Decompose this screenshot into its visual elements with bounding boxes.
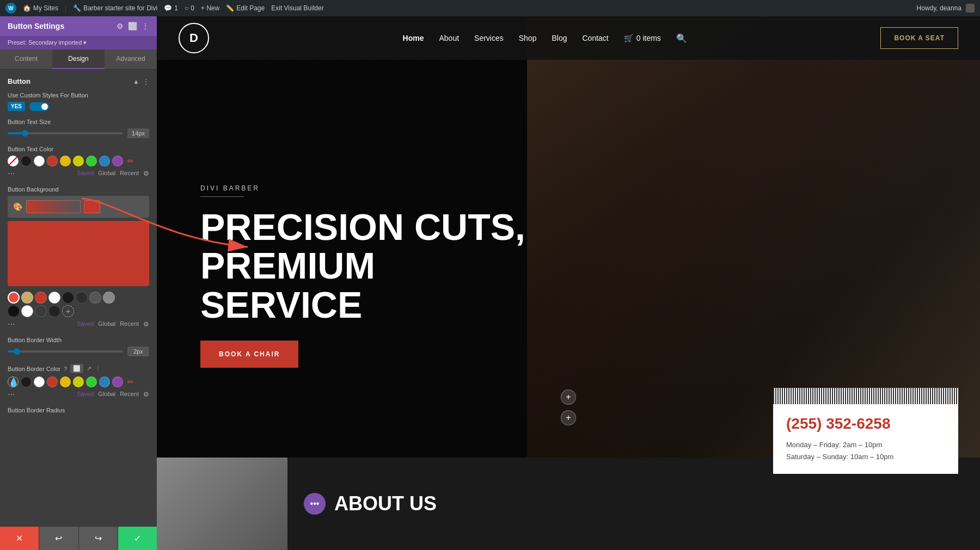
border-eyedropper[interactable]: 💧 [8,376,19,387]
recent-tab[interactable]: Recent [120,170,139,177]
bg-color-icon[interactable]: 🎨 [12,201,23,212]
border-custom-color[interactable]: ✏ [125,376,136,387]
global-tab[interactable]: Global [98,170,115,177]
border-recent-tab[interactable]: Recent [120,391,139,398]
color-settings-icon[interactable]: ⚙ [143,170,149,177]
wp-logo-icon[interactable]: W [5,3,16,14]
gray-swatch-sm[interactable] [89,292,101,304]
bg-solid-preview[interactable] [84,200,100,213]
white-swatch[interactable] [34,156,45,166]
settings-icon[interactable]: ⚙ [117,22,124,30]
white-swatch-sm[interactable] [48,292,60,304]
border-lime-swatch[interactable] [73,376,84,387]
bg-global-tab[interactable]: Global [98,320,115,328]
dark-red-swatch[interactable] [35,292,47,304]
add-swatch-button[interactable]: + [62,305,74,317]
about-icon[interactable]: ••• [304,493,326,515]
border-color-copy-icon[interactable]: ⬜ [70,364,83,373]
red-swatch[interactable] [47,156,58,166]
custom-styles-toggle[interactable] [29,102,49,111]
edit-page-link[interactable]: ✏️ Edit Page [226,4,265,12]
vdark-swatch[interactable] [48,305,60,317]
comments-link[interactable]: 💬 1 [164,4,178,12]
black-swatch-sm[interactable] [62,292,74,304]
darkgray-swatch-sm[interactable] [76,292,88,304]
blue-swatch[interactable] [99,156,110,166]
confirm-button[interactable]: ✓ [118,527,157,550]
text-size-slider[interactable] [8,132,123,134]
nav-home[interactable]: Home [403,34,424,42]
border-black-swatch[interactable] [21,376,32,387]
bg-recent-tab[interactable]: Recent [120,320,139,328]
avatar[interactable] [966,4,975,13]
tab-content[interactable]: Content [0,50,52,69]
yellow-swatch[interactable] [60,156,71,166]
my-sites-link[interactable]: 🏠 My Sites [23,4,58,12]
site-logo[interactable]: D [179,23,209,53]
tab-advanced[interactable]: Advanced [105,50,157,69]
preset-bar[interactable]: Preset: Secondary imported ▾ [0,36,157,50]
border-blue-swatch[interactable] [99,376,110,387]
text-size-value[interactable]: 14px [127,128,149,138]
add-section-button-1[interactable]: + [561,390,576,405]
border-red-swatch[interactable] [47,376,58,387]
saved-tab[interactable]: Saved [77,170,94,177]
border-slider-thumb[interactable] [14,348,20,355]
border-width-slider[interactable] [8,350,123,353]
site-name-link[interactable]: 🔧 Barber starter site for Divi [73,4,157,12]
nav-services[interactable]: Services [474,34,504,42]
nav-contact[interactable]: Contact [582,34,608,42]
green-swatch[interactable] [86,156,97,166]
phone-number[interactable]: (255) 352-6258 [786,415,945,432]
slider-thumb[interactable] [22,130,28,137]
add-section-button-2[interactable]: + [561,410,576,425]
white2-swatch[interactable] [21,305,33,317]
transparent-swatch[interactable] [8,156,19,166]
tab-design[interactable]: Design [52,50,105,69]
border-global-tab[interactable]: Global [98,391,115,398]
border-saved-tab[interactable]: Saved [77,391,94,398]
undo-button[interactable]: ↩ [39,527,78,550]
border-settings-icon[interactable]: ⚙ [143,391,149,398]
nav-shop[interactable]: Shop [519,34,537,42]
border-white-swatch[interactable] [34,376,45,387]
cancel-button[interactable]: ✕ [0,527,39,550]
expand-icon[interactable]: ⬜ [128,22,137,30]
site-nav-cart[interactable]: 🛒 0 items [624,34,661,42]
collapse-icon[interactable]: ▲ [133,78,139,85]
border-color-help-icon[interactable]: ? [64,366,67,372]
bg-more-swatches-icon[interactable]: ··· [8,319,15,329]
section-more-icon[interactable]: ⋮ [143,78,149,85]
active-red-swatch[interactable] [8,292,20,304]
bubbles-link[interactable]: ○ 0 [185,4,194,12]
nearblack-swatch[interactable] [8,305,20,317]
nav-blog[interactable]: Blog [552,34,567,42]
border-green-swatch[interactable] [86,376,97,387]
border-more-swatches[interactable]: ··· [8,390,15,399]
redo-button[interactable]: ↪ [79,527,118,550]
new-link[interactable]: + New [201,4,219,12]
border-yellow-swatch[interactable] [60,376,71,387]
medgray-swatch-sm[interactable] [103,292,115,304]
purple-swatch[interactable] [112,156,123,166]
black-swatch[interactable] [21,156,32,166]
nav-about[interactable]: About [439,34,459,42]
more-swatches-icon[interactable]: ··· [8,169,15,178]
charcoal-swatch[interactable] [35,305,47,317]
more-icon[interactable]: ⋮ [142,22,149,30]
tan-swatch[interactable] [21,292,33,304]
border-width-value[interactable]: 2px [127,347,149,356]
bg-color-settings-icon[interactable]: ⚙ [143,320,149,328]
hero-cta-button[interactable]: BOOK A CHAIR [200,341,298,368]
exit-visual-builder-link[interactable]: Exit Visual Builder [271,4,324,12]
lime-swatch[interactable] [73,156,84,166]
search-icon[interactable]: 🔍 [676,33,687,44]
site-cta-button[interactable]: BOOK A SEAT [880,27,958,49]
border-purple-swatch[interactable] [112,376,123,387]
color-preview-box[interactable] [8,221,149,286]
bg-saved-tab[interactable]: Saved [77,320,94,328]
border-color-paste-icon[interactable]: ↗ [87,365,91,372]
border-color-more-icon[interactable]: ⋮ [95,365,101,372]
bg-gradient-preview[interactable] [26,200,81,213]
custom-color-pencil[interactable]: ✏ [125,156,136,166]
